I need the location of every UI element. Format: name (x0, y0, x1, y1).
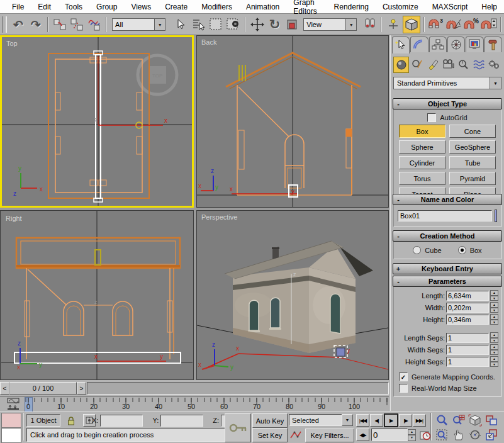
height-spinner[interactable]: ▲▼ (490, 314, 498, 325)
category-geometry-icon[interactable] (393, 57, 409, 73)
menu-maxscript[interactable]: MAXScript (425, 0, 475, 13)
next-frame-icon[interactable]: |▶ (399, 414, 412, 427)
category-shapes-icon[interactable] (410, 57, 424, 72)
menu-file[interactable]: File (5, 0, 31, 13)
time-slider-button[interactable]: 0 / 100 (9, 382, 77, 395)
creation-cube-radio[interactable] (413, 246, 421, 254)
set-keys-button[interactable] (225, 413, 251, 442)
rollout-creation-method-header[interactable]: - Creation Method (393, 230, 502, 242)
tab-display-icon[interactable] (466, 36, 483, 52)
primitive-box-button[interactable]: Box (399, 125, 445, 138)
viewport-top-canvas[interactable]: TOP x z (2, 37, 192, 206)
go-to-end-icon[interactable]: ▶▶| (413, 414, 426, 427)
menu-graph-editors[interactable]: Graph Editors (286, 0, 327, 13)
menu-customize[interactable]: Customize (376, 0, 425, 13)
length-segs-input[interactable] (446, 333, 489, 343)
chevron-down-icon[interactable]: ▼ (490, 77, 501, 89)
rollout-parameters-header[interactable]: - Parameters (393, 276, 502, 287)
maximize-viewport-toggle-icon[interactable] (483, 429, 499, 442)
snaps-toggle-icon[interactable] (403, 16, 420, 33)
category-cameras-icon[interactable] (440, 57, 455, 72)
creation-box-radio[interactable] (458, 246, 466, 254)
spinner-snap-icon[interactable] (481, 16, 497, 33)
select-and-scale-icon[interactable] (284, 16, 300, 33)
primitive-geosphere-button[interactable]: GeoSphere (449, 140, 496, 154)
region-zoom-icon[interactable] (434, 429, 450, 442)
generate-mapping-coords-checkbox[interactable]: ✓ (399, 373, 408, 381)
percent-snap-icon[interactable]: % (463, 16, 479, 33)
primitive-tube-button[interactable]: Tube (449, 156, 496, 169)
select-and-move-icon[interactable] (249, 16, 266, 33)
height-segs-spinner[interactable]: ▲▼ (490, 356, 498, 367)
height-segs-input[interactable] (446, 357, 489, 367)
time-next-button[interactable]: > (77, 382, 86, 395)
tab-motion-icon[interactable] (447, 36, 465, 52)
maxscript-listener-line[interactable] (1, 428, 21, 443)
menu-animation[interactable]: Animation (239, 0, 286, 13)
viewport-back[interactable]: x y z x y Back (196, 35, 389, 208)
real-world-map-size-checkbox[interactable] (399, 384, 408, 393)
redo-icon[interactable]: ↷ (28, 16, 44, 33)
track-bar[interactable]: 0 10 20 30 40 50 60 70 80 90 100 (0, 396, 389, 412)
primitive-cylinder-button[interactable]: Cylinder (399, 156, 445, 169)
menu-tools[interactable]: Tools (58, 0, 89, 13)
select-link-icon[interactable] (52, 16, 68, 33)
tab-hierarchy-icon[interactable] (429, 36, 447, 52)
primitive-cone-button[interactable]: Cone (449, 125, 496, 138)
reference-coordinate-dropdown[interactable]: View ▼ (303, 18, 358, 31)
zoom-all-icon[interactable] (451, 414, 466, 427)
select-and-rotate-icon[interactable]: ↻ (267, 16, 283, 33)
select-by-name-icon[interactable] (190, 16, 206, 33)
y-coordinate-input[interactable] (160, 415, 203, 427)
category-systems-icon[interactable] (487, 57, 501, 72)
menu-views[interactable]: Views (124, 0, 158, 13)
length-segs-spinner[interactable]: ▲▼ (490, 332, 498, 343)
category-space-warps-icon[interactable] (471, 57, 486, 72)
bind-to-spacewarp-icon[interactable] (86, 16, 103, 33)
menu-modifiers[interactable]: Modifiers (194, 0, 239, 13)
time-slider-track[interactable] (87, 382, 389, 395)
viewport-top[interactable]: TOP x z (0, 35, 194, 208)
pan-hand-icon[interactable] (451, 429, 466, 442)
set-key-button[interactable]: Set Key (252, 428, 288, 442)
object-name-input[interactable] (398, 210, 492, 222)
viewport-back-canvas[interactable]: x y z x y Back (197, 36, 388, 207)
tab-modify-icon[interactable] (410, 36, 428, 52)
selection-set-dropdown[interactable]: Selected ▼ (289, 414, 353, 426)
width-spinner[interactable]: ▲▼ (490, 302, 498, 313)
go-to-start-icon[interactable]: |◀◀ (356, 414, 369, 427)
category-lights-icon[interactable] (425, 57, 440, 72)
current-frame-input[interactable] (371, 429, 408, 441)
key-mode-toggle-icon[interactable]: ◀▶ (356, 429, 369, 441)
track-bar-ruler[interactable]: 0 10 20 30 40 50 60 70 80 90 100 (21, 397, 389, 412)
viewport-right[interactable]: x y z z y x Right (0, 210, 194, 380)
length-input[interactable] (446, 291, 489, 301)
width-segs-spinner[interactable]: ▲▼ (490, 344, 498, 355)
category-helpers-icon[interactable] (456, 57, 471, 72)
maxscript-macro-recorder-line[interactable] (1, 413, 21, 428)
rollout-object-type-header[interactable]: - Object Type (393, 98, 502, 109)
selection-filter-dropdown[interactable]: All ▼ (112, 18, 169, 31)
object-color-swatch[interactable] (495, 210, 497, 222)
key-filters-button[interactable]: Key Filters... (305, 429, 354, 442)
arc-rotate-icon[interactable] (467, 429, 483, 442)
angle-snap-icon[interactable] (445, 16, 462, 33)
snap-toggle-3-icon[interactable]: 3 (428, 16, 444, 33)
zoom-icon[interactable] (434, 414, 450, 427)
menu-rendering[interactable]: Rendering (327, 0, 376, 13)
zoom-extents-icon[interactable] (467, 414, 483, 427)
unlink-icon[interactable] (69, 16, 85, 33)
width-input[interactable] (446, 303, 489, 313)
rollout-name-color-header[interactable]: - Name and Color (393, 194, 502, 205)
rollout-keyboard-entry-header[interactable]: + Keyboard Entry (393, 263, 502, 274)
time-prev-button[interactable]: < (0, 382, 9, 395)
use-pivot-center-icon[interactable] (362, 16, 378, 33)
height-input[interactable] (446, 315, 489, 325)
length-spinner[interactable]: ▲▼ (490, 290, 498, 301)
default-in-out-tangents-icon[interactable] (289, 429, 303, 441)
time-configuration-icon[interactable] (418, 429, 432, 441)
x-coordinate-input[interactable] (100, 415, 143, 427)
menu-edit[interactable]: Edit (31, 0, 58, 13)
tab-utilities-icon[interactable] (484, 36, 502, 52)
selection-lock-icon[interactable] (64, 414, 78, 427)
